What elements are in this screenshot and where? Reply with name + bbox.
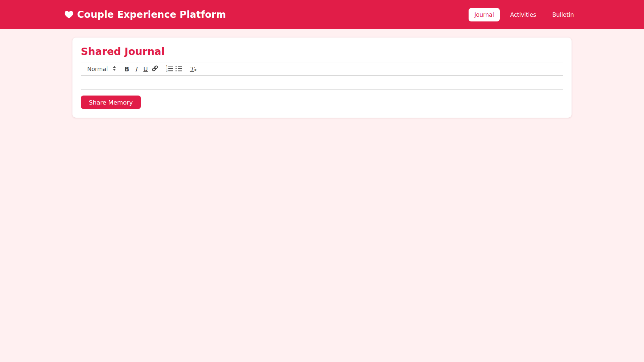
italic-button[interactable]: I	[131, 65, 141, 73]
heart-icon	[64, 10, 73, 19]
italic-icon: I	[135, 65, 138, 73]
svg-text:3: 3	[166, 70, 167, 72]
main-content: Shared Journal Normal B I	[64, 29, 580, 118]
format-group-lists: 1 2 3	[165, 65, 183, 73]
page-title: Shared Journal	[81, 46, 563, 58]
clean-formatting-button[interactable]: T x	[189, 65, 198, 73]
main-nav: Journal Activities Bulletin	[469, 8, 580, 21]
journal-editor-input[interactable]	[81, 76, 563, 90]
shared-journal-card: Shared Journal Normal B I	[72, 38, 572, 118]
ordered-list-button[interactable]: 1 2 3	[165, 65, 174, 73]
format-group-clean: T x	[189, 65, 198, 73]
header-inner: Couple Experience Platform Journal Activ…	[64, 8, 580, 21]
underline-button[interactable]: U	[141, 65, 150, 73]
bullet-list-button[interactable]	[174, 65, 183, 73]
link-button[interactable]	[150, 65, 160, 73]
bold-icon: B	[124, 65, 129, 73]
clean-formatting-icon: T x	[190, 65, 197, 72]
submit-row: Share Memory	[81, 96, 563, 109]
nav-tab-journal[interactable]: Journal	[469, 8, 500, 21]
brand: Couple Experience Platform	[64, 9, 226, 20]
link-icon	[152, 65, 158, 73]
underline-icon: U	[143, 65, 148, 72]
brand-title: Couple Experience Platform	[77, 9, 226, 20]
nav-tab-activities[interactable]: Activities	[504, 8, 542, 21]
chevron-updown-icon	[113, 66, 116, 72]
share-memory-button[interactable]: Share Memory	[81, 96, 141, 109]
editor-toolbar: Normal B I U	[81, 62, 563, 76]
format-select-value: Normal	[87, 66, 108, 72]
app-header: Couple Experience Platform Journal Activ…	[0, 0, 644, 29]
bold-button[interactable]: B	[122, 65, 131, 73]
format-select[interactable]: Normal	[85, 66, 119, 72]
ordered-list-icon: 1 2 3	[166, 65, 173, 73]
bullet-list-icon	[175, 65, 182, 73]
format-group-text: B I U	[122, 65, 160, 73]
nav-tab-bulletin[interactable]: Bulletin	[546, 8, 580, 21]
